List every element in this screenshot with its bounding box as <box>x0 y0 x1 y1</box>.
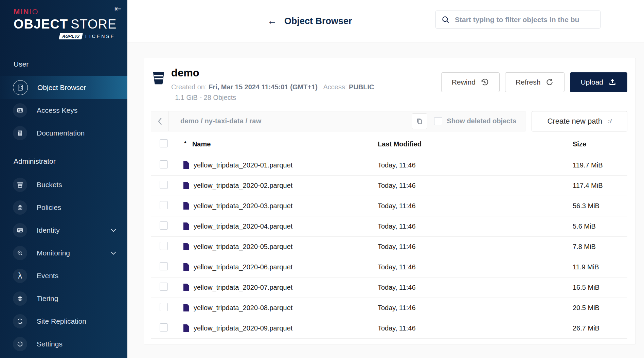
object-size: 16.5 MiB <box>573 284 627 291</box>
row-checkbox[interactable] <box>160 323 168 332</box>
sidebar-item-identity[interactable]: Identity <box>0 219 127 241</box>
collapse-sidebar-icon[interactable]: ⇤ <box>114 4 121 14</box>
object-size: 11.9 MiB <box>573 263 627 271</box>
object-name: yellow_tripdata_2020-04.parquet <box>194 222 292 230</box>
table-row[interactable]: yellow_tripdata_2020-01.parquet Today, 1… <box>151 155 627 176</box>
sidebar-item-label: Site Replication <box>37 317 86 325</box>
sidebar-item-buckets[interactable]: Buckets <box>0 173 127 196</box>
created-label: Created on: <box>171 83 207 91</box>
table-row[interactable]: yellow_tripdata_2020-02.parquet Today, 1… <box>151 176 627 196</box>
object-size: 117.4 MiB <box>573 182 627 190</box>
path-icon: :/ <box>608 118 612 125</box>
show-deleted-checkbox[interactable] <box>434 117 442 125</box>
identity-icon <box>13 223 27 237</box>
object-modified: Today, 11:46 <box>378 182 573 190</box>
object-name: yellow_tripdata_2020-05.parquet <box>194 243 292 251</box>
parquet-file-icon <box>183 304 190 312</box>
column-header-size[interactable]: Size <box>573 140 627 148</box>
sidebar-item-monitoring[interactable]: Monitoring <box>0 241 127 264</box>
table-row[interactable]: yellow_tripdata_2020-09.parquet Today, 1… <box>151 318 627 339</box>
sidebar-item-access-keys[interactable]: Access Keys <box>0 99 127 122</box>
column-header-name[interactable]: ▲ Name <box>183 140 378 148</box>
row-checkbox[interactable] <box>160 283 168 291</box>
chevron-down-icon[interactable] <box>110 228 117 232</box>
license-row: AGPLv3 LICENSE <box>14 33 115 39</box>
brand-title-light: STORE <box>71 17 117 31</box>
parquet-file-icon <box>183 283 190 291</box>
row-checkbox[interactable] <box>160 303 168 311</box>
object-name: yellow_tripdata_2020-03.parquet <box>194 202 292 210</box>
topbar: ← Object Browser <box>127 0 644 42</box>
table-row[interactable]: yellow_tripdata_2020-04.parquet Today, 1… <box>151 216 627 237</box>
upload-button[interactable]: Upload <box>570 72 627 92</box>
sidebar-item-documentation[interactable]: Documentation <box>0 122 127 144</box>
upload-label: Upload <box>580 78 603 86</box>
sidebar-item-label: Tiering <box>37 294 58 303</box>
sidebar-item-policies[interactable]: Policies <box>0 196 127 219</box>
table-row[interactable]: yellow_tripdata_2020-05.parquet Today, 1… <box>151 237 627 257</box>
sidebar-item-label: Monitoring <box>37 249 70 257</box>
sidebar-item-tiering[interactable]: Tiering <box>0 287 127 310</box>
row-checkbox[interactable] <box>160 262 168 270</box>
sidebar: ⇤ MINIO OBJECTSTORE AGPLv3 LICENSE User … <box>0 0 127 358</box>
column-header-modified[interactable]: Last Modified <box>378 140 573 148</box>
monitoring-icon <box>13 246 27 260</box>
object-modified: Today, 11:46 <box>378 202 573 210</box>
row-checkbox[interactable] <box>160 201 168 209</box>
parquet-file-icon <box>183 161 190 169</box>
copy-icon <box>416 117 423 125</box>
rewind-label: Rewind <box>452 78 476 86</box>
bucket-header: demo Created on: Fri, Mar 15 2024 11:45:… <box>144 58 636 110</box>
search-box <box>435 11 601 29</box>
row-checkbox[interactable] <box>160 160 168 168</box>
object-modified: Today, 11:46 <box>378 263 573 271</box>
table-row[interactable]: yellow_tripdata_2020-07.parquet Today, 1… <box>151 278 627 298</box>
chevron-down-icon[interactable] <box>110 251 117 255</box>
back-arrow-icon[interactable]: ← <box>267 16 277 26</box>
object-size: 20.5 MiB <box>573 304 627 312</box>
sidebar-item-object-browser[interactable]: Object Browser <box>0 76 127 99</box>
history-icon <box>480 78 489 87</box>
chevron-left-icon <box>157 117 163 126</box>
sidebar-item-site-replication[interactable]: Site Replication <box>0 310 127 333</box>
table-row[interactable]: yellow_tripdata_2020-08.parquet Today, 1… <box>151 298 627 318</box>
bucket-icon <box>151 70 166 86</box>
sidebar-item-label: Settings <box>37 340 62 348</box>
brand-name-light: IO <box>29 7 38 16</box>
table-row[interactable]: yellow_tripdata_2020-06.parquet Today, 1… <box>151 257 627 278</box>
create-new-path-button[interactable]: Create new path :/ <box>532 111 627 131</box>
object-browser-icon <box>13 80 28 95</box>
select-all-checkbox[interactable] <box>160 139 168 147</box>
row-checkbox[interactable] <box>160 181 168 189</box>
navigate-back-button[interactable] <box>151 111 169 131</box>
copy-path-button[interactable] <box>412 113 427 129</box>
sidebar-item-events[interactable]: λ Events <box>0 264 127 287</box>
lambda-icon: λ <box>13 269 27 283</box>
refresh-label: Refresh <box>516 78 541 86</box>
search-icon <box>441 15 450 24</box>
tiering-layers-icon <box>13 291 27 306</box>
bucket-card: demo Created on: Fri, Mar 15 2024 11:45:… <box>144 58 636 344</box>
sidebar-item-label: Buckets <box>37 181 62 189</box>
row-checkbox[interactable] <box>160 221 168 230</box>
bucket-actions: Rewind Refresh Upload <box>441 67 627 103</box>
content-area: demo Created on: Fri, Mar 15 2024 11:45:… <box>127 42 644 358</box>
brand-logo: MINIO OBJECTSTORE AGPLv3 LICENSE <box>0 0 127 39</box>
main-area: ← Object Browser demo Created on: Fri, M… <box>127 0 644 358</box>
rewind-button[interactable]: Rewind <box>441 72 500 92</box>
brand-title: OBJECTSTORE <box>14 17 115 32</box>
bucket-name: demo <box>171 67 441 79</box>
refresh-button[interactable]: Refresh <box>505 72 565 92</box>
upload-icon <box>608 78 617 87</box>
refresh-icon <box>545 78 554 87</box>
create-path-label: Create new path <box>547 117 602 126</box>
sidebar-item-label: Events <box>37 272 58 280</box>
filter-objects-input[interactable] <box>455 16 595 24</box>
parquet-file-icon <box>183 222 190 230</box>
row-checkbox[interactable] <box>160 242 168 250</box>
table-row[interactable]: yellow_tripdata_2020-03.parquet Today, 1… <box>151 196 627 216</box>
sidebar-item-settings[interactable]: Settings <box>0 333 127 355</box>
header-name-label: Name <box>192 140 211 148</box>
brand-name-bold: MIN <box>14 7 29 16</box>
breadcrumb[interactable]: demo / ny-taxi-data / raw <box>169 117 412 125</box>
